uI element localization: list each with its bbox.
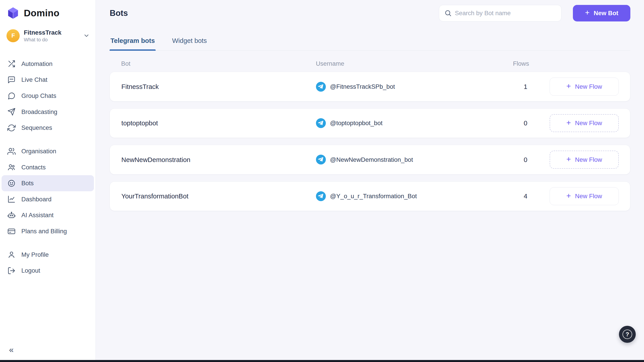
workspace-avatar: F [6,29,20,42]
sidebar-item-label: Plans and Billing [21,228,67,235]
sidebar-item-label: Organisation [21,148,56,155]
sidebar-item-bots[interactable]: Bots [2,175,94,191]
column-bot: Bot [121,60,316,67]
workspace-name: FitnessTrack [24,29,79,36]
bottom-edge-bar [0,360,644,362]
shuffle-icon [8,60,16,68]
sidebar-item-label: Contacts [21,164,46,171]
sidebar-item-label: Bots [21,180,34,187]
flows-count: 0 [513,119,538,127]
telegram-icon [316,155,326,164]
tab-widget-bots[interactable]: Widget bots [171,34,208,50]
chat-bubble-icon [8,76,16,84]
chart-icon [8,195,16,203]
brand-name: Domino [24,8,60,18]
new-flow-button-label: New Flow [575,83,602,90]
new-flow-button[interactable]: + New Flow [550,187,619,205]
sidebar-item-my-profile[interactable]: My Profile [2,247,94,263]
plus-icon: + [566,155,571,163]
table-row: YourTransformationBot @Y_o_u_r_Transform… [110,181,630,211]
paper-plane-icon [8,108,16,116]
workspace-switcher[interactable]: F FitnessTrack What to do [0,24,96,48]
sidebar-item-label: Automation [21,60,52,67]
question-mark-icon: ? [622,330,632,339]
page-title: Bots [110,8,128,18]
topbar: Bots + New Bot [110,5,630,21]
sidebar-item-label: Broadcasting [21,108,57,115]
new-flow-button-label: New Flow [575,120,602,127]
search-box[interactable] [439,5,561,21]
column-username: Username [316,60,513,67]
organisation-icon [8,147,16,156]
telegram-icon [316,82,326,92]
table-row: NewNewDemonstration @NewNewDemonstration… [110,145,630,174]
flows-count: 1 [513,83,538,90]
telegram-icon [316,191,326,201]
sidebar-item-label: My Profile [21,251,48,258]
new-flow-button-label: New Flow [575,193,602,200]
sidebar-item-dashboard[interactable]: Dashboard [2,191,94,207]
new-flow-button[interactable]: + New Flow [550,114,619,132]
sidebar-item-label: Group Chats [21,92,56,99]
user-icon [8,251,16,259]
bot-name: NewNewDemonstration [122,156,316,164]
contacts-icon [8,163,16,171]
sidebar-item-automation[interactable]: Automation [2,56,94,72]
logout-icon [8,267,16,275]
help-button[interactable]: ? [619,326,636,343]
telegram-icon [316,118,326,128]
tab-telegram-bots[interactable]: Telegram bots [110,34,156,50]
table-row: FitnessTrack @FitnessTrackSPb_bot 1 + Ne… [110,72,630,101]
sidebar-item-group-chats[interactable]: Group Chats [2,88,94,104]
new-flow-button[interactable]: + New Flow [550,77,619,96]
flows-count: 4 [513,192,538,200]
bot-username: @NewNewDemonstration_bot [330,156,413,163]
sidebar-item-sequences[interactable]: Sequences [2,120,94,136]
sidebar-item-label: AI Assistant [21,212,54,219]
table-row: toptoptopbot @toptoptopbot_bot 0 + New F… [110,108,630,138]
bot-name: FitnessTrack [122,83,316,90]
bot-name: toptoptopbot [122,119,316,127]
bot-username: @toptoptopbot_bot [330,120,382,127]
search-input[interactable] [455,9,556,17]
sidebar-item-contacts[interactable]: Contacts [2,159,94,175]
sidebar-item-live-chat[interactable]: Live Chat [2,72,94,88]
bot-username: @Y_o_u_r_Transformation_Bot [330,193,417,200]
sidebar-item-broadcasting[interactable]: Broadcasting [2,104,94,120]
sidebar-item-organisation[interactable]: Organisation [2,143,94,159]
column-flows: Flows [513,60,538,67]
robot-head-icon [8,211,16,219]
bot-name: YourTransformationBot [122,192,316,200]
flows-count: 0 [513,156,538,164]
sidebar-item-label: Live Chat [21,76,47,83]
bot-type-tabs: Telegram bots Widget bots [110,34,630,50]
sidebar-item-ai-assistant[interactable]: AI Assistant [2,207,94,223]
plus-icon: + [566,82,571,90]
brand: Domino [0,0,96,24]
sidebar-item-logout[interactable]: Logout [2,263,94,279]
group-chat-icon [8,92,16,100]
loop-icon [8,124,16,132]
bot-list: FitnessTrack @FitnessTrackSPb_bot 1 + Ne… [110,72,630,211]
sidebar-item-plans-billing[interactable]: Plans and Billing [2,223,94,239]
new-flow-button[interactable]: + New Flow [550,151,619,169]
sidebar: Domino F FitnessTrack What to do Automat… [0,0,96,362]
sidebar-collapse-button[interactable]: « [0,345,96,362]
main-content: Bots + New Bot Telegram bots Widget bots… [96,0,644,362]
new-bot-button[interactable]: + New Bot [573,5,630,21]
new-bot-button-label: New Bot [594,9,618,17]
plus-icon: + [585,9,590,16]
plus-icon: + [566,119,571,127]
search-icon [444,9,452,17]
sidebar-item-label: Dashboard [21,196,52,203]
new-flow-button-label: New Flow [575,156,602,163]
chevron-down-icon[interactable] [83,32,90,39]
sidebar-nav: Automation Live Chat Group Chats Broadca… [0,48,96,345]
domino-logo-icon [6,6,20,20]
table-header: Bot Username Flows [110,59,630,69]
sidebar-item-label: Logout [21,267,40,274]
bot-face-icon [8,179,16,187]
plus-icon: + [566,192,571,200]
credit-card-icon [8,227,16,236]
workspace-subtitle: What to do [24,37,79,43]
